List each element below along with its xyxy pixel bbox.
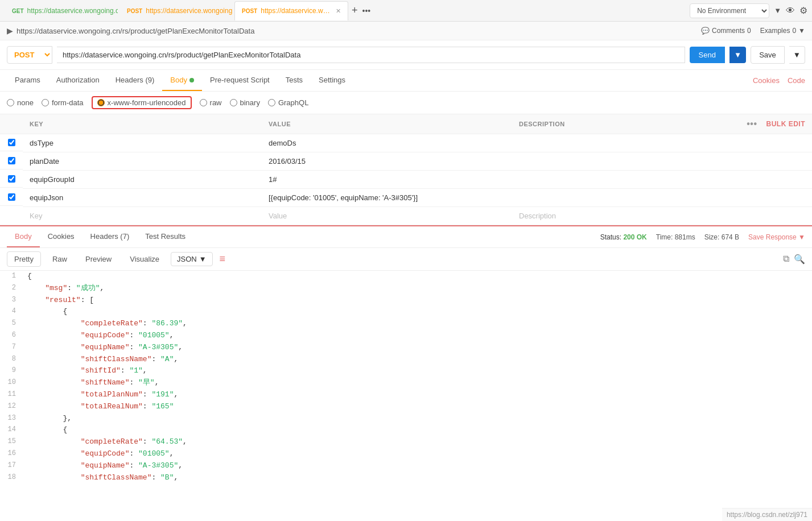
cookies-link[interactable]: Cookies — [753, 76, 780, 85]
table-placeholder-row: Key Value Description — [0, 207, 812, 225]
code-link[interactable]: Code — [788, 76, 805, 85]
row-checkbox[interactable] — [8, 175, 15, 183]
row-value: demoDs — [262, 134, 512, 152]
more-tabs-icon[interactable]: ••• — [362, 6, 371, 15]
env-select[interactable]: No Environment — [690, 3, 769, 18]
body-type-binary[interactable]: binary — [230, 98, 260, 107]
tab-3-close-icon[interactable]: ✕ — [336, 7, 341, 15]
save-response-button[interactable]: Save Response ▼ — [748, 233, 805, 241]
comments-count: 0 — [747, 27, 751, 35]
line-content: "shiftName": "早", — [23, 377, 812, 389]
format-type-select[interactable]: JSON ▼ — [171, 252, 213, 266]
tab-headers[interactable]: Headers (9) — [108, 70, 163, 91]
env-dropdown-icon[interactable]: ▼ — [774, 6, 781, 15]
row-checkbox[interactable] — [8, 157, 15, 164]
body-type-none[interactable]: none — [7, 98, 34, 107]
description-column-header: DESCRIPTION — [519, 121, 565, 127]
resp-tab-test-results[interactable]: Test Results — [137, 226, 193, 247]
size-label: Size: 674 B — [704, 233, 739, 241]
method-select[interactable]: POST — [7, 46, 52, 64]
format-type-label: JSON — [177, 255, 197, 263]
line-content: { — [23, 424, 812, 436]
row-checkbox-cell — [0, 189, 23, 206]
body-type-urlencoded[interactable]: x-www-form-urlencoded — [92, 96, 192, 109]
line-content: "equipName": "A-3#305", — [23, 342, 812, 354]
tab-actions: + ••• — [352, 5, 370, 16]
json-line: 10 "shiftName": "早", — [0, 377, 812, 389]
row-description — [512, 152, 812, 171]
send-dropdown-button[interactable]: ▼ — [729, 47, 746, 63]
tab-3[interactable]: POST https://dataservice.wongoing....× ✕ — [234, 1, 348, 20]
placeholder-description[interactable]: Description — [512, 207, 812, 225]
json-line: 7 "equipName": "A-3#305", — [0, 342, 812, 354]
breadcrumb-arrow-icon: ▶ — [7, 26, 13, 35]
env-gear-icon[interactable]: ⚙ — [799, 5, 807, 16]
resp-tab-headers[interactable]: Headers (7) — [83, 226, 138, 247]
line-number: 2 — [0, 283, 23, 293]
send-button[interactable]: Send — [690, 47, 725, 63]
save-dropdown-button[interactable]: ▼ — [789, 46, 805, 64]
json-line: 15 "completeRate": "64.53", — [0, 436, 812, 448]
search-icon[interactable]: 🔍 — [794, 254, 805, 264]
examples-action[interactable]: Examples 0 ▼ — [760, 27, 805, 35]
tab-authorization[interactable]: Authorization — [48, 70, 108, 91]
tab-params[interactable]: Params — [7, 70, 48, 91]
size-value: 674 B — [722, 233, 739, 241]
format-extra-icon[interactable]: ≡ — [220, 253, 226, 265]
tab-settings[interactable]: Settings — [311, 70, 353, 91]
body-type-form-data[interactable]: form-data — [42, 98, 84, 107]
line-content: { — [23, 271, 812, 283]
format-icons-right: ⧉ 🔍 — [783, 254, 805, 264]
line-number: 3 — [0, 295, 23, 305]
format-type-dropdown-icon: ▼ — [199, 255, 207, 263]
json-line: 12 "totalRealNum": "165" — [0, 401, 812, 413]
line-content: "shiftClassName": "B", — [23, 472, 812, 481]
env-eye-icon[interactable]: 👁 — [786, 6, 795, 16]
response-status-bar: Status: 200 OK Time: 881ms Size: 674 B S… — [600, 233, 805, 241]
format-pretty[interactable]: Pretty — [7, 251, 41, 267]
placeholder-value[interactable]: Value — [262, 207, 512, 225]
line-number: 11 — [0, 389, 23, 400]
line-content: "equipName": "A-3#305", — [23, 460, 812, 472]
line-number: 8 — [0, 354, 23, 365]
body-dot-icon — [189, 78, 194, 82]
bulk-edit-button[interactable]: Bulk Edit — [766, 120, 806, 128]
line-number: 5 — [0, 318, 23, 329]
line-content: "totalPlanNum": "191", — [23, 389, 812, 401]
tab-3-url: https://dataservice.wongoing....× — [261, 7, 330, 15]
format-raw[interactable]: Raw — [46, 252, 74, 266]
time-value: 881ms — [675, 233, 695, 241]
more-options-icon[interactable]: ••• — [747, 119, 757, 129]
url-input[interactable] — [57, 47, 685, 63]
resp-tab-body[interactable]: Body — [7, 226, 40, 247]
json-line: 6 "equipCode": "01005", — [0, 330, 812, 342]
copy-icon[interactable]: ⧉ — [783, 254, 789, 264]
json-line: 9 "shiftId": "1", — [0, 365, 812, 377]
save-button[interactable]: Save — [751, 46, 785, 64]
line-content: "totalRealNum": "165" — [23, 401, 812, 413]
resp-tab-cookies[interactable]: Cookies — [40, 226, 83, 247]
comments-action[interactable]: 💬 Comments 0 — [701, 27, 751, 35]
nav-right-links: Cookies Code — [753, 76, 805, 85]
line-content: "shiftId": "1", — [23, 365, 812, 377]
tab-2[interactable]: POST https://dataservice.wongoing.... — [119, 1, 233, 20]
json-line: 13 }, — [0, 413, 812, 425]
tab-prerequest[interactable]: Pre-request Script — [202, 70, 278, 91]
tab-tests[interactable]: Tests — [278, 70, 311, 91]
body-type-raw[interactable]: raw — [200, 98, 222, 107]
line-number: 15 — [0, 436, 23, 447]
row-checkbox[interactable] — [8, 193, 15, 201]
placeholder-key[interactable]: Key — [23, 207, 262, 225]
format-preview[interactable]: Preview — [79, 252, 118, 266]
new-tab-icon[interactable]: + — [352, 5, 358, 16]
row-key: equipJson — [23, 189, 262, 207]
line-number: 4 — [0, 306, 23, 317]
line-number: 6 — [0, 330, 23, 341]
row-key: dsType — [23, 134, 262, 152]
body-type-graphql[interactable]: GraphQL — [268, 98, 308, 107]
row-checkbox[interactable] — [8, 139, 15, 146]
tab-body[interactable]: Body — [162, 70, 202, 91]
format-visualize[interactable]: Visualize — [123, 252, 166, 266]
tab-1[interactable]: GET https://dataservice.wongoing.c... — [5, 1, 118, 20]
table-row: equipJson [{equipCode: '01005', equipNam… — [0, 189, 812, 207]
